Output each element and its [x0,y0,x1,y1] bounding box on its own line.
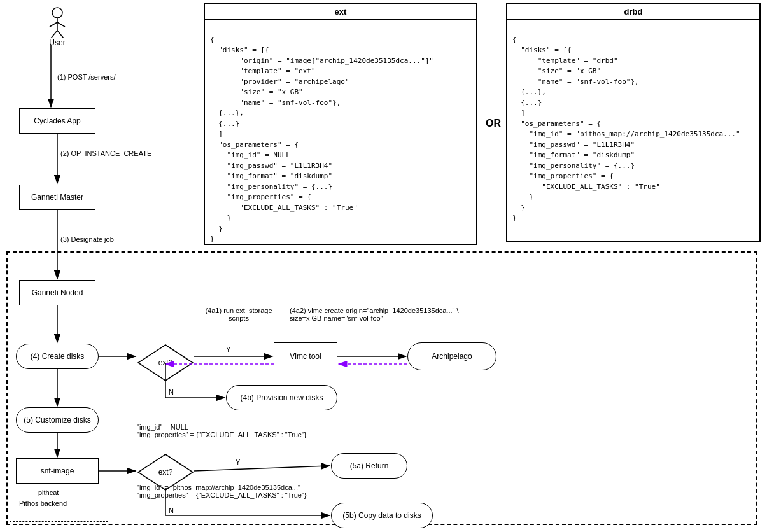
user-figure: User [38,6,76,47]
svg-line-3 [57,22,65,27]
op-instance-label: (2) OP_INSTANCE_CREATE [60,150,151,157]
img-id-null-label: "img_id" = NULL"img_properties" = {"EXCL… [137,423,360,438]
4a2-label: (4a2) vlmc create origin="archip_1420de3… [290,307,474,322]
vlmc-tool-label: Vlmc tool [290,352,321,361]
svg-line-2 [50,22,57,27]
return-box: (5a) Return [331,453,407,479]
or-label: OR [486,118,501,129]
snf-image-box: snf-image [16,458,99,484]
user-label: User [49,38,65,47]
customize-disks-box: (5) Customize disks [16,407,99,433]
create-disks-label: (4) Create disks [31,352,85,361]
pithos-backend-label: Pithos backend [19,500,67,507]
cyclades-app-box: Cyclades App [19,108,95,134]
pithcat-label: pithcat [38,489,59,496]
snf-image-label: snf-image [41,466,74,475]
img-id-pithos-label: "img_id" = "pithos_map://archip_1420de35… [137,484,379,499]
copy-data-box: (5b) Copy data to disks [331,503,433,528]
ext-diamond-1: ext? [137,344,194,384]
drbd-box-content: { "disks" = [{ "template" = "drbd" "size… [507,20,759,228]
archipelago-label: Archipelago [432,352,472,361]
post-servers-label: (1) POST /servers/ [57,73,116,81]
ganneti-master-box: Ganneti Master [19,185,95,210]
provision-new-disks-label: (4b) Provision new disks [240,393,323,402]
diagram-container: User ext { "disks" = [{ "origin" = "imag… [0,0,767,532]
drbd-box-header: drbd [507,4,759,20]
designate-job-label: (3) Designate job [60,235,114,243]
svg-point-0 [52,8,62,18]
customize-disks-label: (5) Customize disks [24,416,90,424]
svg-text:ext?: ext? [158,358,173,367]
ganneti-noded-box: Ganneti Noded [19,280,95,305]
copy-data-label: (5b) Copy data to disks [342,511,421,520]
bottom-section [6,251,757,525]
archipelago-box: Archipelago [407,342,496,370]
ext-box-content: { "disks" = [{ "origin" = "image["archip… [205,20,476,249]
provision-new-disks-box: (4b) Provision new disks [226,385,337,410]
ganneti-master-label: Ganneti Master [31,193,83,202]
4a1-label: (4a1) run ext_storagescripts [197,307,280,322]
create-disks-box: (4) Create disks [16,344,99,369]
return-label: (5a) Return [350,461,389,470]
svg-line-4 [51,31,57,38]
drbd-box: drbd { "disks" = [{ "template" = "drbd" … [506,3,761,242]
ganneti-noded-label: Ganneti Noded [32,288,83,297]
vlmc-tool-box: Vlmc tool [274,342,337,370]
cyclades-app-label: Cyclades App [34,116,80,125]
ext-box: ext { "disks" = [{ "origin" = "image["ar… [204,3,477,245]
ext-box-header: ext [205,4,476,20]
svg-text:ext?: ext? [158,468,173,477]
svg-line-5 [57,31,64,38]
